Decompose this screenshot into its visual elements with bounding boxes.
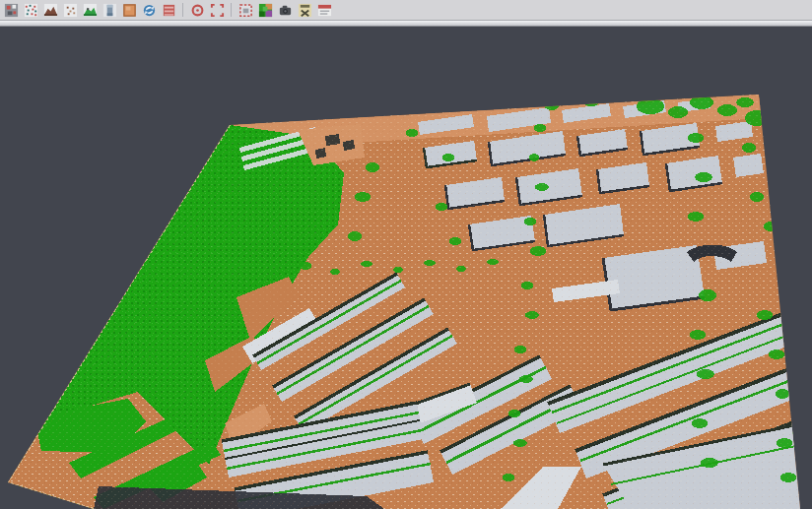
refresh-view-icon [142,3,157,18]
classified-cloud-button[interactable] [2,1,20,19]
orthophoto-icon [122,3,137,18]
classification-palette-icon [258,3,273,18]
camera-icon [278,3,293,18]
classified-cloud-icon [4,3,19,18]
section-view-icon [102,3,117,18]
clip-box-icon [238,3,253,18]
crop-selection-button[interactable] [208,1,226,19]
classification-palette-button[interactable] [256,1,274,19]
terrain-mesh [0,89,812,509]
orthophoto-button[interactable] [120,1,138,19]
annotation-delete-button[interactable] [296,1,313,19]
point-cloud-icon [24,3,38,18]
camera-button[interactable] [276,1,294,19]
section-view-button[interactable] [101,1,118,19]
toolbar-separator [231,3,232,17]
point-cloud-canvas[interactable] [0,27,812,509]
viewport-3d[interactable] [0,27,812,509]
terrain-model-icon [43,3,58,18]
surface-model-icon [83,3,98,18]
sparse-cloud-button[interactable] [61,1,79,19]
report-button[interactable] [315,1,333,19]
surface-model-button[interactable] [81,1,99,19]
sparse-cloud-icon [63,3,78,18]
point-cloud-button[interactable] [22,1,39,19]
application-window [0,0,812,509]
annotation-delete-icon [298,3,312,18]
center-target-icon [190,3,205,18]
center-target-button[interactable] [188,1,206,19]
clip-box-button[interactable] [237,1,254,19]
crop-selection-icon [210,3,225,18]
refresh-view-button[interactable] [140,1,158,19]
terrain-model-button[interactable] [41,1,59,19]
layer-stack-icon [162,3,176,18]
layer-stack-button[interactable] [160,1,177,19]
report-icon [317,3,332,18]
main-toolbar [0,0,812,21]
toolbar-separator [182,3,183,17]
